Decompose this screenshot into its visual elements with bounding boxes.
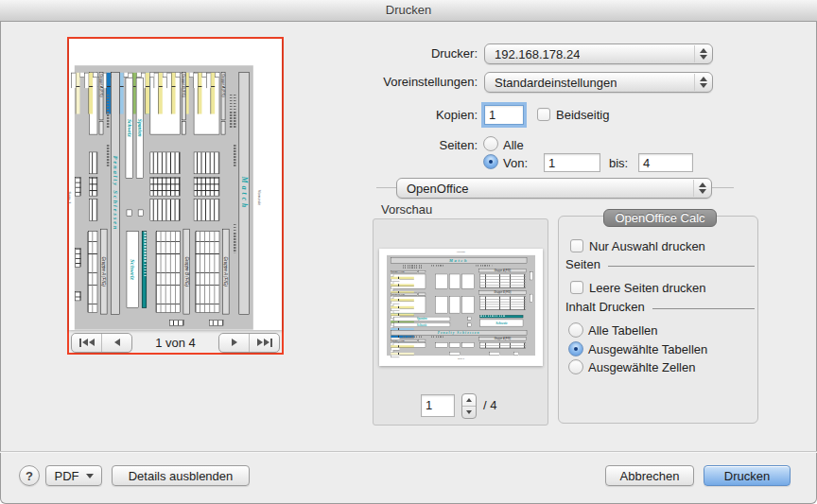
selected-cells-label: Ausgewählte Zellen — [588, 359, 695, 376]
window-title: Drucken — [0, 0, 817, 22]
empty-pages-checkbox[interactable] — [570, 281, 583, 294]
preview-navigation: 1 von 4 — [69, 332, 282, 353]
mini-page-footer: Seite 1 — [379, 357, 543, 360]
mini-page-content: MatchGruppe A (F/G)Gruppe A (F/G)Gruppe … — [75, 65, 253, 329]
pages-to-input[interactable]: 4 — [638, 153, 693, 172]
pages-from-input[interactable]: 1 — [544, 153, 600, 172]
preview-pane: VorrundeMatchGruppe A (F/G)Gruppe A (F/G… — [67, 37, 284, 355]
popup-arrows-icon — [694, 45, 712, 62]
pages-all-radio[interactable] — [483, 136, 498, 151]
vorschau-page-stepper[interactable] — [461, 393, 477, 419]
section-rule — [652, 308, 755, 309]
copies-input[interactable]: 1 — [484, 105, 524, 125]
selection-only-label: Nur Auswahl drucken — [589, 238, 705, 255]
pages-section-heading: Seiten — [565, 257, 755, 271]
duplex-label: Beidseitig — [556, 107, 609, 124]
selected-cells-radio[interactable] — [568, 359, 583, 374]
stepper-up-icon[interactable] — [462, 394, 476, 406]
pages-from-radio[interactable] — [483, 154, 498, 169]
presets-popup-value: Standardeinstellungen — [495, 76, 617, 90]
copies-label: Kopien: — [359, 107, 478, 124]
pages-to-label: bis: — [609, 155, 628, 172]
all-sheets-radio[interactable] — [568, 322, 583, 338]
print-button[interactable]: Drucken — [704, 465, 791, 486]
pages-section-label: Seiten — [565, 257, 600, 271]
pages-label: Seiten: — [359, 137, 478, 154]
presets-popup[interactable]: Standardeinstellungen — [484, 72, 713, 93]
content-section-heading: Inhalt Drucken — [565, 300, 755, 314]
selected-sheets-radio[interactable] — [568, 341, 583, 356]
print-dialog: Drucken VorrundeMatchGruppe A (F/G)Grupp… — [0, 0, 817, 504]
presets-label: Voreinstellungen: — [359, 74, 478, 91]
prev-segment-control — [71, 333, 132, 353]
pdf-button-label: PDF — [55, 469, 79, 483]
selected-sheets-label: Ausgewählte Tabellen — [588, 341, 707, 358]
vorschau-page-input[interactable]: 1 — [421, 394, 455, 417]
help-button[interactable]: ? — [19, 465, 40, 486]
app-section-popup[interactable]: OpenOffice — [396, 178, 712, 199]
vorschau-label: Vorschau — [381, 201, 432, 218]
printer-label: Drucker: — [359, 45, 478, 62]
empty-pages-label: Leere Seiten drucken — [589, 280, 706, 297]
preview-sheet-rotated: VorrundeMatchGruppe A (F/G)Gruppe A (F/G… — [69, 52, 265, 330]
hide-details-button[interactable]: Details ausblenden — [112, 465, 250, 486]
previous-page-button[interactable] — [101, 334, 131, 352]
mini-page-header: Vorrunde — [257, 52, 262, 330]
stepper-down-icon[interactable] — [462, 406, 476, 418]
mini-page-header: Vorrunde — [379, 251, 543, 253]
calc-panel-tab: OpenOffice Calc — [603, 209, 717, 227]
vorschau-page-total: / 4 — [483, 397, 496, 414]
next-segment-control — [218, 333, 280, 353]
all-sheets-label: Alle Tabellen — [588, 322, 657, 339]
section-rule — [608, 266, 755, 267]
menu-arrow-icon — [86, 474, 94, 478]
content-section-label: Inhalt Drucken — [565, 300, 645, 314]
footer-divider — [0, 451, 817, 452]
pages-all-label: Alle — [503, 137, 524, 154]
popup-arrows-icon — [693, 180, 711, 197]
vorschau-panel: VorrundeMatchGruppe A (F/G)Gruppe A (F/G… — [373, 218, 548, 426]
cancel-button[interactable]: Abbrechen — [605, 465, 694, 486]
mini-page-content: MatchGruppe A (F/G)Gruppe A (F/G)Gruppe … — [387, 255, 535, 356]
first-page-button[interactable] — [72, 334, 101, 352]
printer-popup[interactable]: 192.168.178.24 — [484, 43, 713, 64]
pdf-menu-button[interactable]: PDF — [45, 465, 102, 486]
page-indicator: 1 von 4 — [155, 336, 196, 350]
mini-page-footer: Seite 1 — [69, 52, 72, 330]
popup-arrows-icon — [694, 74, 712, 91]
next-page-button[interactable] — [219, 334, 249, 352]
vorschau-page-thumbnail[interactable]: VorrundeMatchGruppe A (F/G)Gruppe A (F/G… — [379, 249, 543, 366]
vorschau-sheet: VorrundeMatchGruppe A (F/G)Gruppe A (F/G… — [379, 249, 543, 366]
pages-from-label: Von: — [503, 155, 528, 172]
app-section-popup-value: OpenOffice — [407, 182, 469, 196]
duplex-checkbox[interactable] — [537, 108, 550, 121]
printer-popup-value: 192.168.178.24 — [495, 47, 580, 61]
last-page-button[interactable] — [249, 334, 279, 352]
selection-only-checkbox[interactable] — [570, 239, 583, 252]
preview-page-large[interactable]: VorrundeMatchGruppe A (F/G)Gruppe A (F/G… — [69, 39, 282, 330]
